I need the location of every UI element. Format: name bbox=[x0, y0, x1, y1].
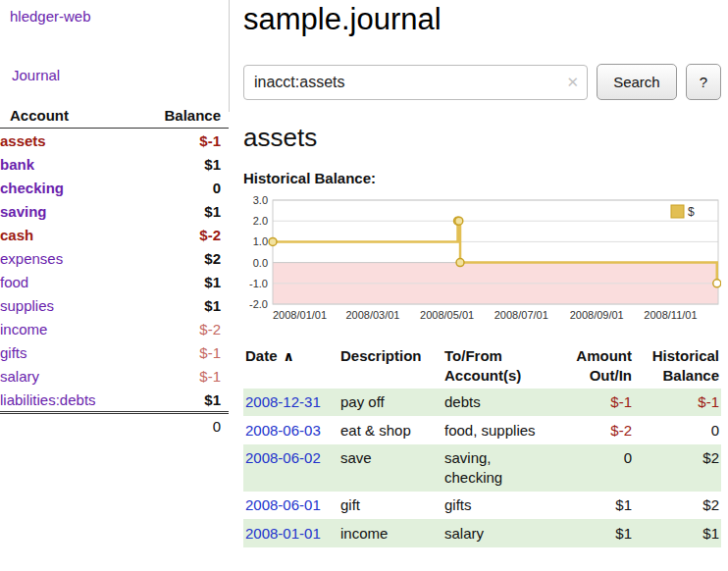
register-header-description: Description bbox=[337, 344, 441, 389]
transaction-amount: $1 bbox=[560, 492, 636, 520]
account-balance: $1 bbox=[136, 293, 229, 317]
page-title: sample.journal bbox=[243, 2, 721, 37]
transaction-balance: $1 bbox=[636, 519, 721, 547]
chart-title: Historical Balance: bbox=[243, 170, 721, 186]
transaction-date-link[interactable]: 2008-06-03 bbox=[245, 422, 321, 439]
transaction-accounts: debts bbox=[441, 389, 560, 417]
svg-text:2008/05/01: 2008/05/01 bbox=[420, 309, 474, 321]
account-row: cash $-2 bbox=[0, 223, 229, 246]
main-content: sample.journal ✕ Search ? assets Histori… bbox=[243, 0, 721, 547]
register-header-amount: Amount Out/In bbox=[560, 344, 636, 389]
register-header-row: Date∧ Description To/From Account(s) Amo… bbox=[243, 344, 721, 389]
sidebar-item-journal[interactable]: Journal bbox=[12, 67, 229, 83]
account-row: saving $1 bbox=[0, 199, 229, 223]
transaction-accounts: saving, checking bbox=[441, 444, 560, 492]
register-row: 2008-12-31 pay off debts $-1 $-1 bbox=[243, 389, 721, 417]
svg-text:2.0: 2.0 bbox=[253, 215, 268, 227]
account-link-checking[interactable]: checking bbox=[0, 180, 64, 196]
search-button[interactable]: Search bbox=[597, 64, 677, 100]
accounts-header-row: Account Balance bbox=[0, 103, 229, 129]
transaction-date-link[interactable]: 2008-01-01 bbox=[245, 525, 321, 542]
account-row: expenses $2 bbox=[0, 246, 229, 270]
account-link-supplies[interactable]: supplies bbox=[0, 297, 54, 314]
account-balance: 0 bbox=[136, 176, 229, 199]
account-row: liabilities:debts $1 bbox=[0, 388, 229, 413]
register-row: 2008-01-01 income salary $1 $1 bbox=[243, 519, 721, 547]
search-input-wrapper: ✕ bbox=[243, 65, 588, 100]
account-row: checking 0 bbox=[0, 176, 229, 199]
account-row: food $1 bbox=[0, 270, 229, 293]
account-link-gifts[interactable]: gifts bbox=[0, 344, 27, 361]
sidebar: hledger-web Journal Account Balance asse… bbox=[0, 0, 229, 438]
register-row: 2008-06-03 eat & shop food, supplies $-2… bbox=[243, 416, 721, 444]
account-link-assets[interactable]: assets bbox=[0, 132, 46, 149]
clear-search-icon[interactable]: ✕ bbox=[567, 74, 580, 91]
register-header-date[interactable]: Date∧ bbox=[243, 344, 337, 389]
svg-text:$: $ bbox=[688, 205, 695, 219]
transaction-amount: $-2 bbox=[560, 416, 636, 444]
account-link-liabilities-debts[interactable]: liabilities:debts bbox=[0, 391, 96, 408]
sort-ascending-icon: ∧ bbox=[284, 348, 294, 364]
svg-text:2008/09/01: 2008/09/01 bbox=[570, 309, 624, 321]
account-row: gifts $-1 bbox=[0, 340, 229, 364]
register-row: 2008-06-01 gift gifts $1 $2 bbox=[243, 492, 721, 520]
date-header-label: Date bbox=[245, 347, 278, 364]
account-balance: $2 bbox=[136, 246, 229, 270]
accounts-header-balance: Balance bbox=[136, 103, 229, 129]
transaction-description: save bbox=[337, 444, 441, 492]
account-row: income $-2 bbox=[0, 317, 229, 340]
transaction-amount: 0 bbox=[560, 444, 636, 492]
transaction-balance: $2 bbox=[636, 492, 721, 520]
svg-text:3.0: 3.0 bbox=[253, 194, 268, 206]
transaction-date-link[interactable]: 2008-12-31 bbox=[245, 393, 321, 410]
account-balance: $1 bbox=[136, 152, 229, 176]
balance-chart: 3.02.01.00.0-1.0-2.02008/01/012008/03/01… bbox=[243, 192, 721, 332]
account-link-saving[interactable]: saving bbox=[0, 203, 47, 220]
account-link-cash[interactable]: cash bbox=[0, 227, 33, 243]
search-bar: ✕ Search ? bbox=[243, 64, 721, 100]
account-balance: $1 bbox=[136, 270, 229, 293]
transaction-description: gift bbox=[337, 492, 441, 520]
account-balance: $-2 bbox=[136, 317, 229, 340]
account-balance: $-1 bbox=[136, 340, 229, 364]
transaction-accounts: gifts bbox=[441, 492, 560, 520]
account-balance: $-2 bbox=[136, 223, 229, 246]
transaction-date-link[interactable]: 2008-06-01 bbox=[245, 496, 321, 513]
register-header-balance: Historical Balance bbox=[636, 344, 721, 389]
account-row: assets $-1 bbox=[0, 129, 229, 153]
register-header-accounts: To/From Account(s) bbox=[441, 344, 560, 389]
transaction-description: eat & shop bbox=[337, 416, 441, 444]
account-heading: assets bbox=[243, 123, 721, 153]
account-balance: $-1 bbox=[136, 129, 229, 153]
svg-text:2008/03/01: 2008/03/01 bbox=[345, 309, 399, 321]
register-table: Date∧ Description To/From Account(s) Amo… bbox=[243, 344, 721, 547]
transaction-date-link[interactable]: 2008-06-02 bbox=[245, 449, 321, 466]
transaction-balance: $2 bbox=[636, 444, 721, 492]
svg-text:2008/11/01: 2008/11/01 bbox=[644, 309, 697, 321]
app-title-link[interactable]: hledger-web bbox=[10, 8, 229, 25]
svg-text:2008/01/01: 2008/01/01 bbox=[273, 309, 327, 321]
account-link-bank[interactable]: bank bbox=[0, 156, 34, 173]
transaction-accounts: food, supplies bbox=[441, 416, 560, 444]
accounts-total-row: 0 bbox=[0, 413, 229, 439]
account-link-salary[interactable]: salary bbox=[0, 368, 39, 385]
svg-text:-2.0: -2.0 bbox=[249, 298, 268, 310]
account-balance: $1 bbox=[136, 388, 229, 413]
accounts-total: 0 bbox=[136, 413, 229, 439]
help-button[interactable]: ? bbox=[686, 64, 721, 100]
register-row: 2008-06-02 save saving, checking 0 $2 bbox=[243, 444, 721, 492]
svg-text:2008/07/01: 2008/07/01 bbox=[494, 309, 548, 321]
account-balance: $1 bbox=[136, 199, 229, 223]
svg-text:1.0: 1.0 bbox=[253, 235, 268, 247]
transaction-amount: $1 bbox=[560, 519, 636, 547]
account-link-income[interactable]: income bbox=[0, 321, 47, 337]
transaction-balance: 0 bbox=[636, 416, 721, 444]
sidebar-divider bbox=[229, 0, 230, 112]
transaction-description: income bbox=[337, 519, 441, 547]
search-input[interactable] bbox=[243, 65, 588, 100]
account-link-expenses[interactable]: expenses bbox=[0, 250, 63, 267]
account-balance: $-1 bbox=[136, 364, 229, 388]
accounts-table: Account Balance assets $-1 bank $1 check… bbox=[0, 103, 229, 438]
account-link-food[interactable]: food bbox=[0, 274, 28, 290]
transaction-accounts: salary bbox=[441, 519, 560, 547]
